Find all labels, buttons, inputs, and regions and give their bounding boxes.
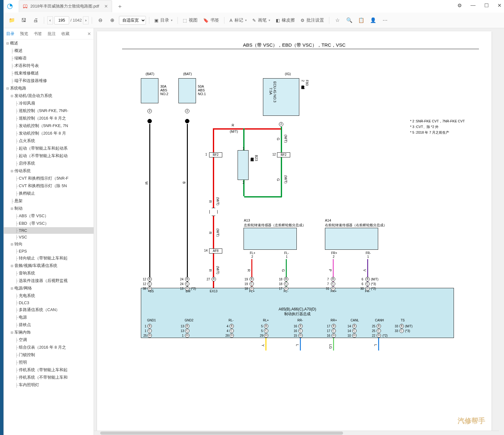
batch-settings-button[interactable]: ⚙ 批注设置 bbox=[299, 18, 326, 23]
outline-item[interactable]: ├巡航控制（2016 年 8 月之 bbox=[4, 115, 94, 122]
search-button[interactable]: 🔍 bbox=[344, 15, 354, 25]
zoom-out-button[interactable]: ⊖ bbox=[95, 15, 105, 25]
outline-item[interactable]: ├VSC bbox=[4, 234, 94, 240]
more-button[interactable]: ⋯ bbox=[380, 15, 390, 25]
tree-toggle-icon[interactable]: ⊟ bbox=[6, 87, 9, 90]
outline-item[interactable]: ├启停系统 bbox=[4, 160, 94, 167]
open-file-button[interactable]: 📁 bbox=[7, 15, 17, 25]
outline-item[interactable]: ├换档锁止 bbox=[4, 190, 94, 197]
scrollbar-thumb[interactable] bbox=[100, 432, 343, 435]
next-page-button[interactable]: › bbox=[83, 16, 89, 24]
outline-item[interactable]: ⊟制动 bbox=[4, 205, 94, 212]
outline-item[interactable]: ├EBD（带 VSC） bbox=[4, 220, 94, 227]
outline-item[interactable]: ⊟转向 bbox=[4, 240, 94, 248]
close-sidebar-icon[interactable]: ✕ bbox=[87, 31, 91, 36]
catalog-button[interactable]: ▣ 目录 ▾ bbox=[152, 18, 174, 23]
outline-item[interactable]: ├照明 bbox=[4, 359, 94, 366]
outline-item[interactable]: ⊟电源/网络 bbox=[4, 284, 94, 292]
tree-toggle-icon[interactable]: ⊟ bbox=[6, 42, 9, 45]
mark-button[interactable]: A 标记 ▾ bbox=[228, 18, 248, 23]
outline-item[interactable]: ├ABS（带 VSC） bbox=[4, 212, 94, 220]
tree-toggle-icon[interactable]: ⊟ bbox=[10, 207, 14, 210]
outline-item[interactable]: ├车内照明灯 bbox=[4, 381, 94, 389]
outline-item[interactable]: ├巡航控制（5NR-FKE, 7NR- bbox=[4, 107, 94, 115]
tree-toggle-icon[interactable]: ⊟ bbox=[10, 331, 14, 334]
tree-toggle-icon[interactable]: ⊟ bbox=[10, 243, 14, 246]
wire-mt-g1: (M/T) bbox=[284, 135, 288, 143]
outline-item[interactable]: ⊟音频/视频/车载通信系统 bbox=[4, 262, 94, 269]
eraser-button[interactable]: ◧ 橡皮擦 bbox=[274, 18, 297, 23]
user-button[interactable]: 👤 bbox=[368, 15, 378, 25]
settings-icon[interactable]: ⚙ bbox=[457, 3, 462, 8]
outline-item[interactable]: ├充电系统 bbox=[4, 292, 94, 299]
connector-bf2-1: BF2 bbox=[209, 152, 222, 157]
bookmark-button[interactable]: 🔖 书签 bbox=[201, 18, 221, 23]
outline-item[interactable]: ├电源 bbox=[4, 314, 94, 321]
prev-page-button[interactable]: ‹ bbox=[47, 16, 53, 24]
outline-item[interactable]: ├悬架 bbox=[4, 197, 94, 205]
outline-item[interactable]: ├空调 bbox=[4, 336, 94, 344]
maximize-button[interactable]: ☐ bbox=[484, 3, 489, 8]
document-canvas[interactable]: ABS（带 VSC），EBD（带 VSC），TRC，VSC * 2 :5NR-F… bbox=[94, 28, 504, 435]
outline-item[interactable]: ├缩略语 bbox=[4, 54, 94, 62]
outline-item[interactable]: ├音响系统 bbox=[4, 269, 94, 277]
star-button[interactable]: ☆ bbox=[332, 15, 342, 25]
tree-toggle-icon[interactable]: ⊟ bbox=[10, 94, 14, 98]
tab-catalog[interactable]: 目录 bbox=[6, 31, 14, 37]
outline-item[interactable]: ├多路通信系统（CAN） bbox=[4, 306, 94, 314]
outline-item[interactable]: ├起动（带智能上车和起动系 bbox=[4, 145, 94, 152]
outline-item[interactable]: ├概述 bbox=[4, 47, 94, 54]
tab-preview[interactable]: 预览 bbox=[20, 31, 28, 37]
view-button[interactable]: ⬚ 视图 bbox=[181, 18, 199, 23]
outline-item[interactable]: ├冷却风扇 bbox=[4, 100, 94, 107]
zoom-mode-select[interactable]: 自适应宽 bbox=[119, 16, 146, 25]
outline-item[interactable]: ├EPS bbox=[4, 248, 94, 254]
tree-toggle-icon[interactable]: ⊟ bbox=[10, 169, 14, 173]
horizontal-scrollbar[interactable] bbox=[94, 431, 499, 435]
tab-annotate[interactable]: 批注 bbox=[48, 31, 56, 37]
clipboard-button[interactable]: 📋 bbox=[356, 15, 366, 25]
outline-item[interactable]: ├门锁控制 bbox=[4, 351, 94, 359]
outline-item[interactable]: ├DLC3 bbox=[4, 299, 94, 306]
outline-item[interactable]: ├TRC bbox=[4, 227, 94, 234]
outline-item[interactable]: ├停机系统（带智能上车和起 bbox=[4, 366, 94, 374]
outline-item[interactable]: ├选装件连接器（后视野监视 bbox=[4, 277, 94, 284]
outline-tree[interactable]: ⊟概述├概述├缩略语├术语和符号表├线束维修概述├端子和连接器维修⊟系统电路⊟发… bbox=[4, 39, 94, 435]
fuse-1-label: 30A ABS NO.2 bbox=[160, 84, 168, 96]
outline-item[interactable]: ├转向锁止（带智能上车和起 bbox=[4, 254, 94, 262]
outline-item[interactable]: ├起动（不带智能上车和起动 bbox=[4, 152, 94, 160]
print-button[interactable]: 🖨 bbox=[31, 15, 41, 25]
outline-item[interactable]: ⊟发动机/混合动力系统 bbox=[4, 92, 94, 100]
outline-item[interactable]: ├搭铁点 bbox=[4, 321, 94, 329]
zoom-in-button[interactable]: ⊕ bbox=[107, 15, 117, 25]
outline-item[interactable]: ⊟传动系统 bbox=[4, 167, 94, 175]
outline-item[interactable]: ├发动机控制（5NR-FKE, 7N bbox=[4, 122, 94, 130]
outline-item[interactable]: ├点火系统 bbox=[4, 137, 94, 145]
brush-button[interactable]: ✎ 画笔 ▾ bbox=[250, 18, 272, 23]
outline-item[interactable]: ├CVT 和换档指示灯（除 5N bbox=[4, 182, 94, 190]
outline-item[interactable]: ├CVT 和换档指示灯（5NR-F bbox=[4, 175, 94, 182]
minimize-button[interactable]: — bbox=[471, 3, 476, 8]
outline-item[interactable]: ├术语和符号表 bbox=[4, 62, 94, 69]
close-tab-icon[interactable]: ✕ bbox=[104, 4, 108, 9]
close-window-button[interactable]: ✕ bbox=[497, 3, 501, 8]
outline-item[interactable]: ⊟系统电路 bbox=[4, 84, 94, 92]
outline-item[interactable]: ⊟车辆内饰 bbox=[4, 329, 94, 336]
add-tab-button[interactable]: ＋ bbox=[117, 3, 123, 10]
outline-item[interactable]: ├发动机控制（2016 年 8 月 bbox=[4, 130, 94, 137]
outline-item[interactable]: ├停机系统（不带智能上车和 bbox=[4, 374, 94, 381]
tab-favorite[interactable]: 收藏 bbox=[61, 31, 69, 37]
outline-item[interactable]: ├端子和连接器维修 bbox=[4, 77, 94, 84]
outline-item[interactable]: ├组合仪表（2016 年 8 月之 bbox=[4, 344, 94, 351]
outline-label: 停机系统（带智能上车和起 bbox=[19, 367, 68, 373]
tab-bookmark[interactable]: 书签 bbox=[34, 31, 42, 37]
tree-toggle-icon[interactable]: ⊟ bbox=[10, 264, 14, 268]
catalog-icon: ▣ bbox=[154, 18, 158, 23]
document-tab[interactable]: 🕮 2018年丰田威驰雅力士致炫电路图.pdf ✕ bbox=[19, 0, 112, 12]
save-button[interactable]: 🖫 bbox=[19, 15, 29, 25]
module-line1: A65(B),A66(C),A70(D) bbox=[141, 307, 454, 311]
outline-item[interactable]: ⊟概述 bbox=[4, 39, 94, 47]
tree-toggle-icon[interactable]: ⊟ bbox=[10, 287, 14, 290]
page-number-input[interactable] bbox=[54, 16, 69, 24]
outline-item[interactable]: ├线束维修概述 bbox=[4, 69, 94, 77]
